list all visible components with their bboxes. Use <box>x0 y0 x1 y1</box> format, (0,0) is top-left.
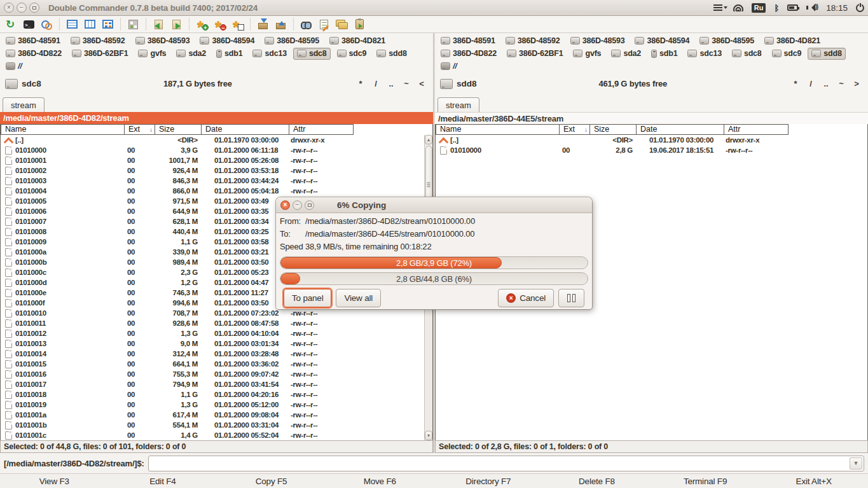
file-row[interactable]: [..]<DIR>01.01.1970 03:00:00drwxr-xr-x <box>1 135 432 145</box>
drive-button-gvfs[interactable]: gvfs <box>569 48 605 60</box>
drive-button-sda2[interactable]: sda2 <box>172 48 210 60</box>
nav-button-home[interactable]: ~ <box>835 78 848 90</box>
column-header-size[interactable]: Size <box>155 124 202 135</box>
cancel-button[interactable]: ×Cancel <box>498 289 554 307</box>
pause-button[interactable] <box>558 289 584 307</box>
file-row[interactable]: 0101001000708,7 M01.01.2000 07:23:02-rw-… <box>1 308 432 318</box>
file-row[interactable]: 01010018001,1 G01.01.2000 04:20:16-rw-r-… <box>1 389 432 400</box>
toolbar-button-refresh[interactable] <box>4 17 18 32</box>
file-row[interactable]: 0101001400312,4 M01.01.2000 03:28:48-rw-… <box>1 349 432 359</box>
drive-button-sdc13[interactable]: sdc13 <box>249 48 290 60</box>
toolbar-button-view-brief[interactable] <box>65 17 79 32</box>
messages-menu-icon[interactable] <box>713 4 722 11</box>
drive-button-386d48591[interactable]: 386D-48591 <box>2 35 64 47</box>
drive-button-386d4d822[interactable]: 386D-4D822 <box>2 48 65 60</box>
tab-stream[interactable]: stream <box>3 97 45 112</box>
bluetooth-icon[interactable]: ᛒ <box>774 3 779 13</box>
file-row[interactable]: 0101000300846,3 M01.01.2000 03:44:24-rw-… <box>1 176 432 186</box>
file-row[interactable]: 0101001b00554,1 M01.01.2000 03:31:04-rw-… <box>1 420 432 430</box>
drive-button-386d62bf1[interactable]: 386D-62BF1 <box>68 48 132 60</box>
file-row[interactable]: 01010000003,9 G01.01.2000 06:11:18-rw-r-… <box>1 145 432 155</box>
toolbar-button-dir-hotlist[interactable] <box>126 17 141 32</box>
column-header-name[interactable]: Name <box>436 124 560 135</box>
file-row[interactable]: 01010013009,0 M01.01.2000 03:01:34-rw-r-… <box>1 338 432 349</box>
fn-button-f5[interactable]: Copy F5 <box>217 474 326 488</box>
column-header-ext[interactable]: Ext↓ <box>125 124 155 135</box>
toolbar-button-select-invert[interactable] <box>230 17 245 32</box>
file-row[interactable]: 0101000400866,0 M01.01.2000 05:04:18-rw-… <box>1 186 432 196</box>
battery-icon[interactable] <box>787 4 798 11</box>
toolbar-button-terminal[interactable] <box>22 17 36 32</box>
nav-button-up[interactable]: .. <box>820 78 832 90</box>
fn-button-f8[interactable]: Delete F8 <box>542 474 651 488</box>
drive-button-386d4d821[interactable]: 386D-4D821 <box>326 35 389 47</box>
file-row[interactable]: 0101001700794,9 M01.01.2000 03:41:54-rw-… <box>1 379 432 389</box>
column-header-size[interactable]: Size <box>590 124 637 135</box>
keyboard-layout-indicator[interactable]: Ru <box>752 3 766 13</box>
column-header-ext[interactable]: Ext↓ <box>560 124 590 135</box>
toolbar-button-clipboard[interactable] <box>352 17 367 32</box>
drive-button-386d4d821[interactable]: 386D-4D821 <box>761 35 824 47</box>
dialog-close-button[interactable]: × <box>280 200 290 210</box>
drive-button-sdc9[interactable]: sdc9 <box>768 48 806 60</box>
dialog-titlebar[interactable]: × − 6% Copying <box>276 197 592 213</box>
fn-button-f3[interactable]: View F3 <box>0 474 109 488</box>
file-row[interactable]: 0101001c001,4 G01.01.2000 05:52:04-rw-r-… <box>1 430 432 440</box>
toolbar-button-view-full[interactable] <box>83 17 97 32</box>
window-minimize-button[interactable]: − <box>17 3 27 13</box>
file-row[interactable]: [..]<DIR>01.01.1970 03:00:00drwxr-xr-x <box>436 135 867 145</box>
drive-button-386d48594[interactable]: 386D-48594 <box>196 35 258 47</box>
drive-button-386d48592[interactable]: 386D-48592 <box>502 35 564 47</box>
drive-button-sdd8[interactable]: sdd8 <box>373 48 410 60</box>
nav-button-root[interactable]: / <box>369 78 382 90</box>
dialog-minimize-button[interactable]: − <box>293 200 302 210</box>
drive-button-386d62bf1[interactable]: 386D-62BF1 <box>503 48 567 60</box>
file-row[interactable]: 01010000002,8 G19.06.2017 18:15:51-rw-r-… <box>436 145 867 155</box>
drive-button-[interactable]: // <box>2 60 26 73</box>
drive-button-sda2[interactable]: sda2 <box>607 48 645 60</box>
drive-button-386d48593[interactable]: 386D-48593 <box>132 35 194 47</box>
command-input[interactable] <box>148 456 864 471</box>
view-all-button[interactable]: View all <box>336 289 381 307</box>
column-header-date[interactable]: Date <box>637 124 724 135</box>
drive-button-sdc13[interactable]: sdc13 <box>684 48 725 60</box>
nav-button-home[interactable]: ~ <box>400 78 413 90</box>
file-row[interactable]: 0101001600755,3 M01.01.2000 09:07:42-rw-… <box>1 369 432 379</box>
file-row[interactable]: 01010019001,3 G01.01.2000 05:12:00-rw-r-… <box>1 400 432 410</box>
fn-button-alt-x[interactable]: Exit Alt+X <box>759 474 868 488</box>
file-row[interactable]: 0101001500664,1 M01.01.2000 03:36:02-rw-… <box>1 359 432 369</box>
to-panel-button[interactable]: To panel <box>284 289 331 307</box>
file-row[interactable]: 0101001a00617,4 M01.01.2000 09:08:04-rw-… <box>1 410 432 420</box>
drive-button-386d48591[interactable]: 386D-48591 <box>437 35 499 47</box>
toolbar-button-go-back[interactable] <box>151 17 166 32</box>
column-header-name[interactable]: Name <box>1 124 125 135</box>
toolbar-button-select-remove[interactable]: − <box>212 17 227 32</box>
toolbar-button-pack[interactable] <box>256 17 270 32</box>
toolbar-button-go-forward[interactable] <box>169 17 184 32</box>
scroll-down-button[interactable]: ▼ <box>425 431 432 440</box>
nav-button-root-star[interactable]: * <box>789 78 802 90</box>
nav-button-up[interactable]: .. <box>385 78 397 90</box>
volume-icon[interactable]: )) <box>806 4 818 11</box>
toolbar-button-multi-rename[interactable] <box>317 17 331 32</box>
drive-button-sdc9[interactable]: sdc9 <box>333 48 371 60</box>
drive-button-sdb1[interactable]: sdb1 <box>647 48 681 60</box>
fn-button-f9[interactable]: Terminal F9 <box>651 474 760 488</box>
nav-button-history[interactable]: > <box>850 78 863 90</box>
drive-button-386d48595[interactable]: 386D-48595 <box>261 35 323 47</box>
toolbar-button-search[interactable] <box>299 17 313 32</box>
session-menu-icon[interactable] <box>856 4 864 12</box>
column-header-date[interactable]: Date <box>202 124 289 135</box>
drive-button-386d4d822[interactable]: 386D-4D822 <box>437 48 500 60</box>
wifi-icon[interactable] <box>733 4 743 11</box>
fn-button-f7[interactable]: Directory F7 <box>434 474 543 488</box>
window-maximize-button[interactable] <box>29 3 39 13</box>
drive-button-386d48594[interactable]: 386D-48594 <box>631 35 693 47</box>
file-row[interactable]: 0101000200926,4 M01.01.2000 03:53:18-rw-… <box>1 165 432 176</box>
window-close-button[interactable]: × <box>4 3 14 13</box>
drive-button-386d48595[interactable]: 386D-48595 <box>696 35 758 47</box>
nav-button-root[interactable]: / <box>804 78 817 90</box>
toolbar-button-options[interactable] <box>39 17 54 32</box>
drive-button-[interactable]: // <box>437 60 461 73</box>
file-row[interactable]: 01010012001,3 G01.01.2000 04:10:04-rw-r-… <box>1 328 432 338</box>
